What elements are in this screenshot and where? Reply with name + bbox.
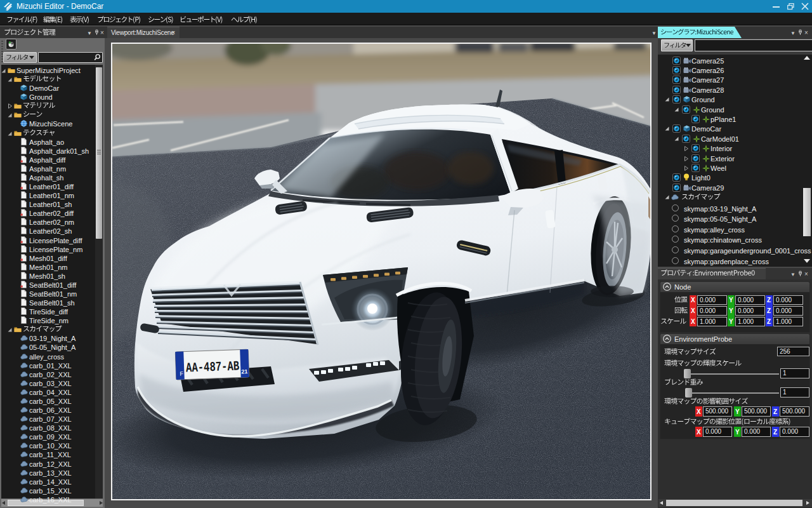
svg-text:AA-487-AB: AA-487-AB [186,359,240,376]
svg-text:21: 21 [241,368,247,375]
svg-text:F: F [180,371,183,377]
